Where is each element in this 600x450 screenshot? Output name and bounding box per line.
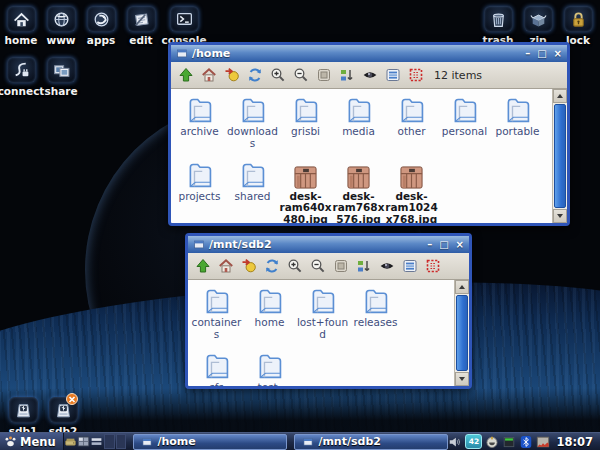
- battery-icon[interactable]: [502, 435, 516, 449]
- file-item[interactable]: other: [385, 93, 438, 150]
- file-item[interactable]: desk-ram1024x768.jpg: [385, 158, 438, 224]
- file-item[interactable]: media: [332, 93, 385, 150]
- bookmarks-icon[interactable]: [241, 258, 257, 274]
- scrollbar-thumb[interactable]: [554, 104, 566, 208]
- window-folder-icon: [176, 48, 188, 59]
- temperature-badge[interactable]: 42: [465, 434, 482, 449]
- desktop-icon-sdb1[interactable]: sdb1: [4, 397, 42, 437]
- zoom-out-icon[interactable]: [310, 258, 326, 274]
- desktop-icon-home[interactable]: home: [2, 6, 40, 46]
- pager-icon[interactable]: [77, 435, 90, 449]
- close-button[interactable]: ×: [456, 240, 464, 250]
- close-button[interactable]: ×: [554, 49, 562, 59]
- pager-desktop-cell[interactable]: [116, 434, 127, 449]
- vertical-scrollbar[interactable]: [552, 89, 567, 223]
- scroll-down-button[interactable]: [553, 209, 567, 223]
- maximize-button[interactable]: □: [439, 240, 448, 250]
- bluetooth-icon[interactable]: [519, 435, 533, 449]
- desktop-icon-trash[interactable]: trash: [479, 6, 517, 46]
- scroll-down-button[interactable]: [455, 372, 469, 386]
- desktop-icon-label: edit: [129, 34, 152, 46]
- sort-icon[interactable]: [339, 67, 355, 83]
- toolbar: [188, 253, 469, 280]
- scrollbar-thumb[interactable]: [456, 295, 468, 371]
- home-toolbar-icon[interactable]: [201, 67, 217, 83]
- up-icon[interactable]: [178, 67, 194, 83]
- maximize-button[interactable]: □: [537, 49, 546, 59]
- clock: 18:07: [553, 435, 597, 449]
- window-shade-icon[interactable]: [90, 435, 103, 449]
- file-item[interactable]: lost+found: [296, 284, 349, 341]
- scroll-up-button[interactable]: [455, 280, 469, 294]
- file-item[interactable]: grisbi: [279, 93, 332, 150]
- desktop-icon-zip[interactable]: zip: [519, 6, 557, 46]
- vertical-scrollbar[interactable]: [454, 280, 469, 386]
- titlebar[interactable]: /mnt/sdb2 – □ ×: [188, 236, 469, 253]
- show-hidden-eye-icon[interactable]: [362, 67, 378, 83]
- task-label: /mnt/sdb2: [318, 435, 381, 448]
- plugin-icon[interactable]: [485, 435, 499, 449]
- file-item[interactable]: projects: [173, 158, 226, 224]
- bookmarks-icon[interactable]: [224, 67, 240, 83]
- menu-button[interactable]: Menu: [0, 433, 64, 450]
- home-toolbar-icon[interactable]: [218, 258, 234, 274]
- desktop-icon-apps[interactable]: apps: [82, 6, 120, 46]
- select-all-icon[interactable]: [408, 67, 424, 83]
- sort-icon[interactable]: [356, 258, 372, 274]
- file-icon: [501, 93, 534, 125]
- zoom-out-icon[interactable]: [293, 67, 309, 83]
- usb-drive-icon: [9, 397, 38, 423]
- desktop-icon-share[interactable]: share: [42, 57, 80, 97]
- titlebar[interactable]: /home – □ ×: [171, 45, 567, 62]
- window-controls: – □ ×: [525, 49, 562, 59]
- file-item[interactable]: releases: [349, 284, 402, 341]
- file-item[interactable]: portable: [491, 93, 544, 150]
- desktop-icon-edit[interactable]: edit: [122, 6, 160, 46]
- minimize-button[interactable]: –: [427, 240, 432, 250]
- file-item[interactable]: containers: [190, 284, 243, 341]
- scroll-up-button[interactable]: [553, 89, 567, 103]
- desktop-icon-sdb2[interactable]: sdb2: [44, 397, 82, 437]
- details-list-icon[interactable]: [385, 67, 401, 83]
- up-icon[interactable]: [195, 258, 211, 274]
- pager-desktop-cell[interactable]: [104, 434, 115, 449]
- file-item[interactable]: home: [243, 284, 296, 341]
- file-item[interactable]: downloads: [226, 93, 279, 150]
- file-icon: [183, 158, 216, 190]
- taskbar-window-sdb2[interactable]: /mnt/sdb2: [294, 434, 448, 450]
- show-hidden-eye-icon[interactable]: [379, 258, 395, 274]
- taskbar-window-home[interactable]: /home: [133, 434, 287, 450]
- file-item[interactable]: desk-ram768x576.jpg: [332, 158, 385, 224]
- drive-applet-icon[interactable]: [64, 435, 77, 449]
- desktop-icons-top-right: trash zip lock: [479, 6, 597, 46]
- file-name: home: [255, 317, 285, 329]
- file-name: sfs: [209, 382, 224, 387]
- file-name: containers: [190, 317, 243, 341]
- file-item[interactable]: desk-ram640x480.jpg: [279, 158, 332, 224]
- file-item[interactable]: sfs: [190, 349, 243, 387]
- system-tray: 42 18:07: [448, 434, 600, 449]
- zoom-in-icon[interactable]: [270, 67, 286, 83]
- desktop-icon-lock[interactable]: lock: [559, 6, 597, 46]
- file-item[interactable]: personal: [438, 93, 491, 150]
- file-item[interactable]: archive: [173, 93, 226, 150]
- folder-icon: [359, 285, 392, 316]
- cpu-graph-icon[interactable]: [536, 435, 550, 449]
- details-list-icon[interactable]: [402, 258, 418, 274]
- volume-icon[interactable]: [448, 435, 462, 449]
- zoom-in-icon[interactable]: [287, 258, 303, 274]
- desktop-icon-www[interactable]: www: [42, 6, 80, 46]
- desktop-icon-connect[interactable]: connect: [2, 57, 40, 97]
- desktop-icon-console[interactable]: console: [162, 6, 206, 46]
- unmount-badge-icon[interactable]: [66, 393, 78, 405]
- file-item[interactable]: test-audio: [243, 349, 296, 387]
- normal-size-icon[interactable]: [333, 258, 349, 274]
- select-all-icon[interactable]: [425, 258, 441, 274]
- refresh-icon[interactable]: [247, 67, 263, 83]
- file-icon: [253, 349, 286, 381]
- refresh-icon[interactable]: [264, 258, 280, 274]
- normal-size-icon[interactable]: [316, 67, 332, 83]
- folder-icon: [306, 285, 339, 316]
- minimize-button[interactable]: –: [525, 49, 530, 59]
- file-item[interactable]: shared: [226, 158, 279, 224]
